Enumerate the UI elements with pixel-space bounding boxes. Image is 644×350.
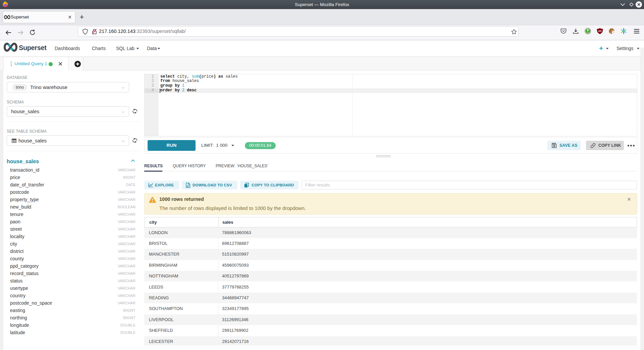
svg-text:UO: UO: [598, 30, 602, 32]
